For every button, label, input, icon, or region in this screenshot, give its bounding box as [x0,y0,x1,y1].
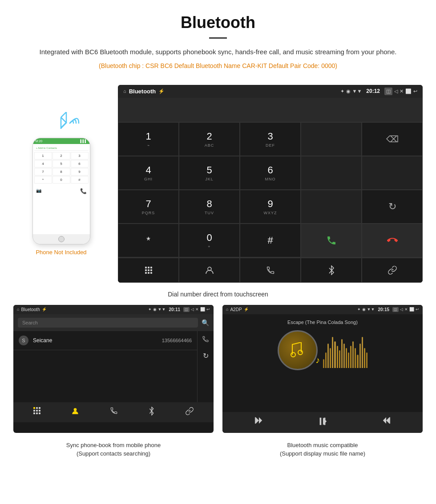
dialer-display [118,98,423,122]
svg-rect-3 [148,267,149,268]
svg-rect-7 [150,269,152,271]
svg-rect-17 [39,410,40,412]
pb-nav-call[interactable] [110,407,118,418]
dialer-key-hash[interactable]: # [240,224,301,257]
dialer-empty-3 [362,156,423,190]
dialer-key-1[interactable]: 1⌁ [118,122,179,156]
svg-rect-10 [150,272,152,274]
svg-rect-5 [145,269,147,271]
dialer-redial-button[interactable]: ↻ [362,190,423,224]
phone-key-0[interactable]: 0 [52,176,70,184]
music-artwork-area: ♪ [278,330,367,370]
pb-side-call-icon[interactable] [202,336,209,344]
phonebook-caption: Sync phone-book from mobile phone (Suppo… [13,441,214,458]
dialer-key-8[interactable]: 8TUV [179,190,240,224]
music-play-pause-button[interactable] [318,416,327,428]
pb-screen-icon[interactable]: ⬜ [200,307,205,312]
pb-back-icon[interactable]: ↩ [206,307,210,312]
phone-key-2[interactable]: 2 [52,152,70,160]
phone-key-6[interactable]: 6 [71,160,89,168]
phone-key-1[interactable]: 1 [34,152,52,160]
page-description: Integrated with BC6 Bluetooth module, su… [27,47,409,57]
dialer-key-6[interactable]: 6MNO [240,156,301,190]
phonebook-status-bar: ⌂ Bluetooth ⚡ ✦ ◉ ▼▼ 20:11 ◫ ◁ ✕ ⬜ ↩ [13,305,214,314]
dialer-key-7[interactable]: 7PQRS [118,190,179,224]
dialer-close-icon[interactable]: ✕ [400,88,404,94]
phone-call-icon[interactable]: 📞 [80,188,87,194]
dialer-bottom-bar [118,257,423,283]
dialer-camera-icon[interactable]: ◫ [384,88,392,95]
pb-nav-link[interactable] [185,407,194,418]
music-camera-icon[interactable]: ◫ [392,307,399,312]
phonebook-side-icons: ↻ [197,331,214,402]
music-equalizer [323,332,367,368]
dialer-nav-bluetooth[interactable] [301,258,362,283]
phone-carrier: M:20 [36,140,43,143]
phone-screen: + Add to Contacts 1 2 3 4 5 6 7 8 9 * 0 … [33,144,90,234]
pb-side-refresh-icon[interactable]: ↻ [203,352,209,360]
pb-close-icon[interactable]: ✕ [195,307,199,312]
contact-letter-avatar: S [19,336,28,345]
dialer-key-9[interactable]: 9WXYZ [240,190,301,224]
music-close-icon[interactable]: ✕ [404,307,408,312]
dialer-key-0[interactable]: 0+ [179,224,240,257]
dialer-key-4[interactable]: 4GHI [118,156,179,190]
music-signal-icon: ▼▼ [367,307,375,312]
music-back-icon[interactable]: ↩ [416,307,419,312]
phone-home-button[interactable] [58,236,65,242]
music-controls [222,412,423,433]
pb-nav-contacts[interactable] [71,407,80,418]
dialer-nav-link[interactable] [362,258,423,283]
dialer-volume-icon[interactable]: ◁ [394,88,398,94]
pb-camera-icon[interactable]: ◫ [183,307,190,312]
dialer-nav-contacts[interactable] [179,258,240,283]
svg-marker-31 [383,417,386,424]
music-next-button[interactable] [381,416,391,428]
music-content-area: Escape (The Pina Colada Song) ♪ [222,314,423,412]
music-volume-icon[interactable]: ◁ [400,307,403,312]
pb-nav-bt[interactable] [148,407,155,418]
svg-marker-24 [255,417,258,424]
phonebook-search-input[interactable]: Search [18,318,198,328]
pb-time: 20:11 [169,307,180,312]
pb-nav-keypad[interactable] [33,407,41,418]
dialer-nav-keypad[interactable] [118,258,179,283]
pb-home-icon[interactable]: ⌂ [17,307,19,312]
phone-key-5[interactable]: 5 [52,160,70,168]
phone-key-star[interactable]: * [34,176,52,184]
phone-key-3[interactable]: 3 [71,152,89,160]
dialer-key-star[interactable]: * [118,224,179,257]
phonebook-list: S Seicane 13566664466 [13,331,197,402]
phone-key-4[interactable]: 4 [34,160,52,168]
music-status-bar: ⌂ A2DP ⚡ ✦ ◉ ▼▼ 20:15 ◫ ◁ ✕ ⬜ ↩ [222,305,423,314]
pb-volume-icon[interactable]: ◁ [191,307,194,312]
phone-key-hash[interactable]: # [71,176,89,184]
phone-key-8[interactable]: 8 [52,168,70,176]
phone-camera-icon: 📷 [36,188,41,194]
dialer-key-5[interactable]: 5JKL [179,156,240,190]
dialer-backspace-button[interactable]: ⌫ [362,122,423,156]
dialer-location-icon: ◉ [346,88,351,94]
dialer-end-call-button[interactable] [362,224,423,257]
music-home-icon[interactable]: ⌂ [226,307,228,312]
phone-key-7[interactable]: 7 [34,168,52,176]
dialer-screen-icon[interactable]: ⬜ [405,88,412,94]
dialer-keypad: 1⌁ 2ABC 3DEF ⌫ 4GHI 5JKL [118,122,423,257]
contact-row[interactable]: S Seicane 13566664466 [13,331,197,350]
music-time: 20:15 [378,307,389,312]
dialer-home-icon[interactable]: ⌂ [123,88,126,94]
dialer-title: Bluetooth [129,88,156,95]
svg-rect-2 [145,267,147,268]
music-screen-icon[interactable]: ⬜ [409,307,414,312]
pb-usb-icon: ⚡ [42,307,47,312]
music-prev-button[interactable] [254,416,264,428]
dialer-key-2[interactable]: 2ABC [179,122,240,156]
pb-bt-icon: ✦ [148,307,152,312]
search-icon[interactable]: 🔍 [202,319,209,326]
dialer-nav-call-log[interactable] [240,258,301,283]
dialer-call-button[interactable] [301,224,362,257]
phonebook-contacts-area: S Seicane 13566664466 ↻ [13,331,214,402]
dialer-back-icon[interactable]: ↩ [413,88,417,94]
phone-key-9[interactable]: 9 [71,168,89,176]
dialer-key-3[interactable]: 3DEF [240,122,301,156]
